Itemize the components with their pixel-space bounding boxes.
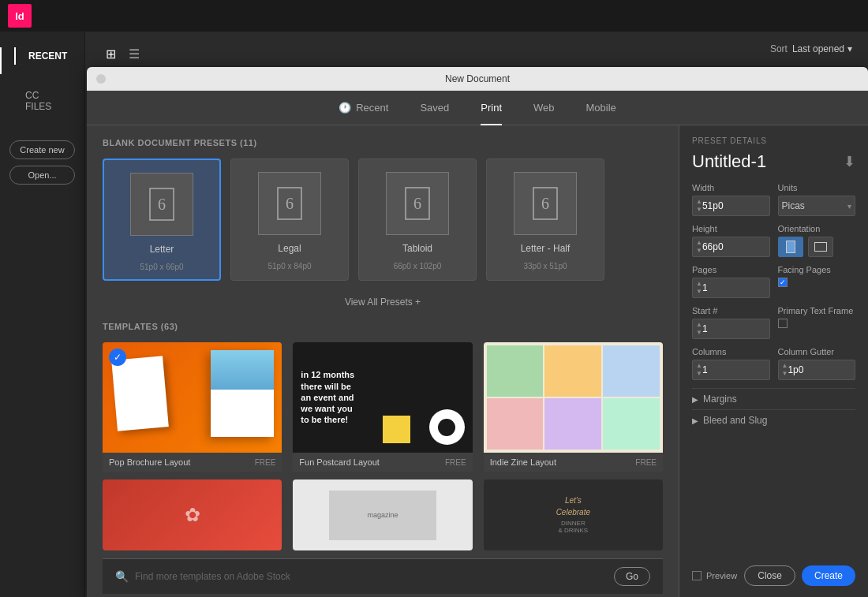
height-down-btn[interactable]: ▼ [696,247,702,255]
document-icon: 6 [398,184,437,223]
list-view-button[interactable]: ☰ [125,43,143,65]
tab-recent[interactable]: 🕐 Recent [339,99,388,117]
grid-view-button[interactable]: ⊞ [103,43,119,65]
create-new-button[interactable]: Create new [9,140,75,159]
doc-title-text: Untitled-1 [692,151,766,172]
column-gutter-label: Column Gutter [778,347,856,356]
preset-tabloid-size: 66p0 x 102p0 [394,262,442,271]
zine-cell-4 [487,398,544,450]
column-gutter-input[interactable] [788,364,851,375]
dinner-text-3: DINNER& DRINKS [558,520,588,534]
template-fun-postcard-label: Fun Postcard Layout FREE [293,453,472,472]
preset-tabloid[interactable]: 6 Tabloid 66p0 x 102p0 [358,159,477,281]
sort-select[interactable]: Last opened ▾ [792,43,852,54]
template-fun-postcard[interactable]: in 12 monthsthere will bean event andwe … [293,342,472,472]
width-units-row: Width ▲ ▼ Units Picas [692,183,855,216]
top-bar: Id [0,0,868,32]
units-label: Units [778,183,856,192]
search-icon: 🔍 [115,570,129,583]
bleed-slug-chevron-icon: ▶ [692,416,698,425]
height-input[interactable] [702,241,766,252]
magazine-placeholder: magazine [329,491,436,540]
template-fun-postcard-badge: FREE [445,458,466,467]
brochure-mockup-front [211,350,274,437]
tab-print[interactable]: Print [481,99,502,117]
preset-legal[interactable]: 6 Legal 51p0 x 84p0 [230,159,349,281]
tab-web[interactable]: Web [533,99,555,117]
primary-text-frame-checkbox[interactable] [778,319,788,328]
portrait-button[interactable] [778,237,803,257]
document-icon: 6 [142,185,181,224]
close-button[interactable]: Close [744,565,795,586]
template-dinner[interactable]: Let's Celebrate DINNER& DRINKS [484,479,663,550]
columns-down-btn[interactable]: ▼ [696,370,702,378]
margins-collapsible[interactable]: ▶ Margins [692,388,855,409]
template-indie-zine[interactable]: Indie Zine Layout FREE [484,342,663,472]
open-button[interactable]: Open... [9,166,75,185]
pages-stepper: ▲ ▼ [696,280,702,296]
preset-letter-half-name: Letter - Half [521,243,571,254]
template-indie-zine-badge: FREE [635,458,657,467]
preset-legal-name: Legal [278,243,301,254]
landscape-button[interactable] [808,237,833,257]
pages-label: Pages [692,265,770,274]
facing-pages-group: Facing Pages ✓ [778,265,856,298]
sort-label: Sort [770,43,788,54]
preview-checkbox[interactable] [692,571,702,580]
save-icon[interactable]: ⬇ [844,153,855,170]
pages-field-group: Pages ▲ ▼ [692,265,770,298]
start-hash-up-btn[interactable]: ▲ [696,321,702,329]
units-chevron-icon: ▾ [847,202,851,211]
columns-input[interactable] [702,364,766,375]
preset-letter-half[interactable]: 6 Letter - Half 33p0 x 51p0 [486,159,604,281]
template-pop-brochure[interactable]: ✓ Pop Brochure Layout FREE [103,342,282,472]
sidebar-item-recent[interactable]: RECENT [14,47,78,65]
view-all-presets-link[interactable]: View All Presets + [103,297,663,308]
pages-down-btn[interactable]: ▼ [696,288,702,296]
column-gutter-up-btn[interactable]: ▲ [782,362,788,370]
units-select-wrap[interactable]: Picas ▾ [778,196,856,216]
zine-cell-1 [487,345,544,397]
search-input-wrap: 🔍 Find more templates on Adobe Stock [115,570,606,583]
sidebar-item-cc-files[interactable]: CC FILES [13,87,78,115]
pages-up-btn[interactable]: ▲ [696,280,702,288]
bleed-slug-collapsible[interactable]: ▶ Bleed and Slug [692,409,855,431]
width-input[interactable] [702,200,766,211]
start-hash-down-btn[interactable]: ▼ [696,329,702,337]
preset-tabloid-name: Tabloid [402,243,432,254]
flower-icon: ✿ [185,504,200,526]
preset-details-title: PRESET DETAILS [692,136,855,145]
width-down-btn[interactable]: ▼ [696,206,702,214]
tab-mobile[interactable]: Mobile [586,99,616,117]
zine-cell-2 [544,345,601,397]
create-button[interactable]: Create [802,565,855,586]
sidebar: RECENT CC FILES Create new Open... [0,32,85,597]
preset-letter[interactable]: 6 Letter 51p0 x 66p0 [103,159,221,281]
dinner-text-1: Let's [565,496,582,505]
preset-letter-icon: 6 [130,173,193,236]
columns-input-wrap: ▲ ▼ [692,360,770,380]
width-up-btn[interactable]: ▲ [696,198,702,206]
start-hash-input[interactable] [702,323,766,334]
pages-input[interactable] [702,282,766,293]
svg-text:6: 6 [158,196,166,213]
column-gutter-down-btn[interactable]: ▼ [782,370,788,378]
template-magazine[interactable]: magazine [293,479,472,550]
landscape-icon [814,242,827,252]
template-flowers[interactable]: ✿ [103,479,282,550]
footer-buttons: Close Create [744,565,855,586]
column-gutter-input-wrap: ▲ ▼ [778,360,856,380]
primary-text-frame-group: Primary Text Frame [778,306,856,339]
height-up-btn[interactable]: ▲ [696,239,702,247]
sort-bar: Sort Last opened ▾ [770,43,852,54]
dialog-close-btn[interactable] [96,74,106,84]
dialog-titlebar: New Document [87,67,868,91]
zine-cell-3 [603,345,660,397]
postcard-content: in 12 monthsthere will bean event andwe … [293,342,472,453]
columns-up-btn[interactable]: ▲ [696,362,702,370]
postcard-yellow-rect [383,416,410,443]
preset-legal-icon: 6 [258,172,321,235]
facing-pages-checkbox[interactable]: ✓ [778,278,788,287]
go-button[interactable]: Go [614,567,650,586]
tab-saved[interactable]: Saved [420,99,449,117]
